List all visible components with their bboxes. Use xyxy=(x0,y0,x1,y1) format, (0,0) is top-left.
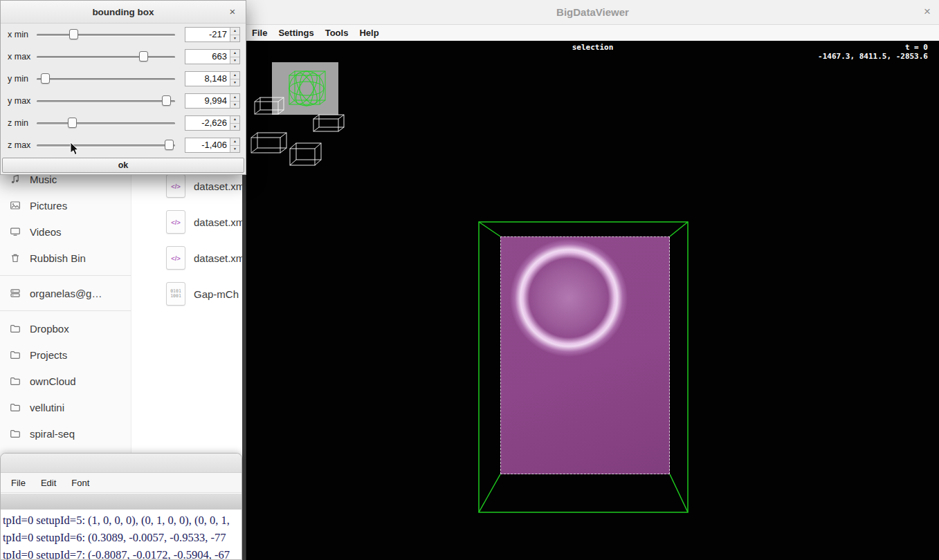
spinner-buttons: ▲▼ xyxy=(230,72,239,86)
log-titlebar[interactable] xyxy=(1,454,241,473)
bdv-close-icon[interactable]: × xyxy=(924,6,931,17)
sidebar-item-label: spiral-seq xyxy=(30,428,75,440)
sidebar-item-label: organelas@g… xyxy=(30,288,102,299)
bdv-titlebar[interactable]: BigDataViewer × xyxy=(246,0,939,25)
sidebar-item-videos[interactable]: Videos xyxy=(0,218,131,245)
xml-file-icon: </> xyxy=(166,174,185,198)
sidebar-item-label: Rubbish Bin xyxy=(30,252,86,264)
sidebar-item-dropbox[interactable]: Dropbox xyxy=(0,315,131,342)
y-max-slider[interactable] xyxy=(37,95,175,106)
spinner-down-icon[interactable]: ▼ xyxy=(230,102,239,109)
bdv-menu-tools[interactable]: Tools xyxy=(320,28,354,38)
bbox-label-x-min: x min xyxy=(8,30,37,39)
spinner-down-icon[interactable]: ▼ xyxy=(230,146,239,153)
sidebar-item-label: Projects xyxy=(30,349,67,361)
z-max-spinner[interactable]: -1,406▲▼ xyxy=(185,138,240,153)
sidebar-item-spiral-seq[interactable]: spiral-seq xyxy=(0,420,131,447)
sidebar-item-label: Pictures xyxy=(30,200,67,212)
z-min-slider[interactable] xyxy=(37,118,175,129)
slider-thumb[interactable] xyxy=(68,118,77,128)
spinner-down-icon[interactable]: ▼ xyxy=(230,57,239,64)
slider-thumb[interactable] xyxy=(165,140,174,150)
spinner-up-icon[interactable]: ▲ xyxy=(230,50,239,57)
y-min-spinner[interactable]: 8,148▲▼ xyxy=(185,71,240,86)
slider-thumb[interactable] xyxy=(41,73,50,84)
bbox-label-y-min: y min xyxy=(8,74,37,84)
bbox-label-z-max: z max xyxy=(8,140,37,150)
slider-thumb[interactable] xyxy=(162,95,171,106)
slider-thumb[interactable] xyxy=(139,51,148,62)
file-item[interactable]: </>dataset.xml xyxy=(131,240,242,276)
spinner-up-icon[interactable]: ▲ xyxy=(230,138,239,146)
bbox-row-z-max: z max-1,406▲▼ xyxy=(1,134,246,156)
spinner-down-icon[interactable]: ▼ xyxy=(230,35,239,42)
spinner-down-icon[interactable]: ▼ xyxy=(230,80,239,86)
file-list: </>dataset.xml</>dataset.xml</>dataset.x… xyxy=(131,168,242,312)
log-menu-file[interactable]: File xyxy=(3,478,33,488)
folder-icon xyxy=(10,402,21,413)
ok-button[interactable]: ok xyxy=(2,158,244,173)
x-max-spinner[interactable]: 663▲▼ xyxy=(185,49,240,64)
spinner-value: -217 xyxy=(185,28,230,41)
spinner-value: -1,406 xyxy=(185,138,230,152)
bdv-menu-settings[interactable]: Settings xyxy=(273,28,319,38)
log-text-area[interactable]: tpId=0 setupId=5: (1, 0, 0, 0), (0, 1, 0… xyxy=(1,510,241,559)
sidebar-item-owncloud[interactable]: ownCloud xyxy=(0,368,131,394)
log-menu-font[interactable]: Font xyxy=(64,478,97,488)
file-item[interactable]: </>dataset.xml xyxy=(131,204,242,240)
spinner-up-icon[interactable]: ▲ xyxy=(230,72,239,80)
sidebar-item-vellutini[interactable]: vellutini xyxy=(0,394,131,420)
y-max-spinner[interactable]: 9,994▲▼ xyxy=(185,93,240,109)
spinner-buttons: ▲▼ xyxy=(230,28,239,41)
sidebar-item-pictures[interactable]: Pictures xyxy=(0,192,131,218)
spinner-down-icon[interactable]: ▼ xyxy=(230,124,239,131)
bdv-menubar: FileSettingsToolsHelp xyxy=(246,25,939,41)
xml-file-icon: </> xyxy=(166,210,185,234)
bdv-menu-help[interactable]: Help xyxy=(354,28,384,38)
bdv-viewport[interactable]: selection t = 0 -1467.3, 8411.5, -2853.6 xyxy=(246,41,939,560)
log-menu-edit[interactable]: Edit xyxy=(33,478,64,488)
bbox-row-x-min: x min-217▲▼ xyxy=(1,24,246,46)
spinner-value: 9,994 xyxy=(185,94,230,108)
slider-track[interactable] xyxy=(37,56,175,58)
slider-track[interactable] xyxy=(37,34,175,36)
slider-track[interactable] xyxy=(37,122,175,124)
sidebar-item-rubbish-bin[interactable]: Rubbish Bin xyxy=(0,245,131,271)
x-min-spinner[interactable]: -217▲▼ xyxy=(185,27,240,42)
bdv-menu-file[interactable]: File xyxy=(246,28,273,38)
spinner-up-icon[interactable]: ▲ xyxy=(230,28,239,35)
log-line: tpId=0 setupId=7: (-0.8087, -0.0172, -0.… xyxy=(3,546,241,559)
bbox-rows: x min-217▲▼x max663▲▼y min8,148▲▼y max9,… xyxy=(1,24,246,156)
y-min-slider[interactable] xyxy=(37,73,175,84)
desktop: MusicPicturesVideosRubbish Binorganelas@… xyxy=(0,0,939,560)
file-name: dataset.xml xyxy=(194,252,242,264)
slider-track[interactable] xyxy=(37,144,175,147)
file-name: dataset.xml xyxy=(194,216,242,228)
bbox-titlebar[interactable]: bounding box × xyxy=(1,1,246,24)
spinner-buttons: ▲▼ xyxy=(230,50,239,64)
bbox-dialog-title: bounding box xyxy=(92,7,154,17)
bbox-row-x-max: x max663▲▼ xyxy=(1,46,246,68)
slider-track[interactable] xyxy=(37,78,175,80)
log-menubar: FileEditFont xyxy=(1,473,241,493)
x-max-slider[interactable] xyxy=(37,51,175,62)
folder-icon xyxy=(10,349,21,360)
x-min-slider[interactable] xyxy=(37,29,175,40)
sidebar-item-label: Videos xyxy=(30,226,62,238)
log-scrollbar[interactable] xyxy=(1,493,241,511)
spinner-up-icon[interactable]: ▲ xyxy=(230,94,239,102)
z-min-spinner[interactable]: -2,626▲▼ xyxy=(185,115,240,131)
sidebar-item-projects[interactable]: Projects xyxy=(0,342,131,368)
bbox-label-x-max: x max xyxy=(8,52,37,62)
spinner-up-icon[interactable]: ▲ xyxy=(230,116,239,124)
log-line: tpId=0 setupId=5: (1, 0, 0, 0), (0, 1, 0… xyxy=(3,512,241,529)
sidebar-item-organelas-g[interactable]: organelas@g… xyxy=(0,280,131,306)
bbox-close-icon[interactable]: × xyxy=(226,6,239,18)
bigdataviewer-window: BigDataViewer × FileSettingsToolsHelp xyxy=(246,0,939,560)
slider-track[interactable] xyxy=(37,100,175,102)
z-max-slider[interactable] xyxy=(37,140,175,151)
pictures-icon xyxy=(10,200,21,211)
file-item[interactable]: 01011001Gap-mCh xyxy=(131,276,242,312)
spinner-value: 663 xyxy=(185,50,230,64)
slider-thumb[interactable] xyxy=(69,29,78,39)
